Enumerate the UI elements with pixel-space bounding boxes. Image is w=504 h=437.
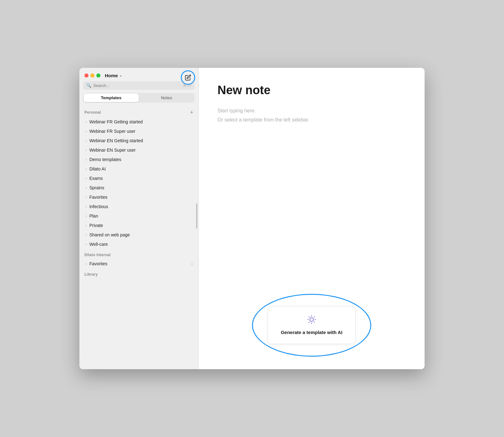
section-header-library: Library bbox=[79, 268, 198, 278]
note-placeholder: Start typing here. Or select a template … bbox=[217, 106, 406, 125]
item-label: Exams bbox=[89, 176, 193, 181]
item-label: Webinar EN Getting started bbox=[89, 138, 193, 143]
placeholder-line2: Or select a template from the left sideb… bbox=[217, 116, 406, 125]
item-label: Demo templates bbox=[89, 157, 193, 162]
maximize-button[interactable] bbox=[96, 73, 100, 78]
search-bar: 🔍 ⌘⇧F bbox=[83, 81, 195, 90]
ai-card-wrapper: Generate a template with AI bbox=[268, 306, 356, 344]
item-label: Private bbox=[89, 223, 193, 228]
section-title-library: Library bbox=[84, 272, 98, 277]
list-item[interactable]: › Favorites ⌂ bbox=[79, 259, 198, 268]
list-item[interactable]: › Webinar EN Super user bbox=[79, 145, 198, 155]
traffic-lights bbox=[84, 73, 100, 78]
tab-templates[interactable]: Templates bbox=[84, 94, 139, 102]
add-personal-button[interactable]: + bbox=[190, 110, 193, 115]
list-item[interactable]: › Well-care bbox=[79, 240, 198, 249]
section-title-personal: Personal bbox=[84, 110, 101, 115]
list-item[interactable]: › Demo templates bbox=[79, 155, 198, 164]
svg-point-0 bbox=[310, 318, 314, 321]
sidebar-content: Personal + › Webinar FR Getting started … bbox=[79, 106, 198, 369]
edit-icon bbox=[185, 74, 191, 81]
svg-line-3 bbox=[309, 317, 309, 317]
home-title[interactable]: Home ⌄ bbox=[105, 73, 122, 78]
svg-line-8 bbox=[314, 317, 314, 317]
list-item[interactable]: › Webinar FR Getting started bbox=[79, 117, 198, 127]
list-item[interactable]: › Shared on web page bbox=[79, 230, 198, 240]
item-label: Plan bbox=[89, 213, 193, 218]
item-label: Shared on web page bbox=[89, 232, 193, 237]
item-label: Favorites bbox=[89, 261, 188, 266]
item-label: Infectious bbox=[89, 204, 193, 209]
chevron-right-icon: › bbox=[86, 262, 87, 266]
new-note-button[interactable] bbox=[181, 70, 195, 85]
chevron-right-icon: › bbox=[86, 205, 87, 208]
list-item[interactable]: › Private bbox=[79, 221, 198, 230]
item-label: Webinar FR Getting started bbox=[89, 119, 193, 124]
list-item[interactable]: › Plan bbox=[79, 211, 198, 221]
section-header-personal: Personal + bbox=[79, 106, 198, 117]
placeholder-line1: Start typing here. bbox=[217, 106, 406, 116]
section-header-dilato: Dilato Internal bbox=[79, 249, 198, 259]
scroll-indicator bbox=[196, 203, 197, 229]
item-label: Webinar EN Super user bbox=[89, 148, 193, 153]
chevron-right-icon: › bbox=[86, 224, 87, 227]
chevron-right-icon: › bbox=[86, 176, 87, 180]
item-label: Favorites bbox=[89, 195, 193, 200]
item-label: Well-care bbox=[89, 242, 193, 247]
list-item[interactable]: › Exams bbox=[79, 174, 198, 183]
home-icon: ⌂ bbox=[191, 261, 193, 266]
tab-notes[interactable]: Notes bbox=[139, 94, 194, 102]
list-item[interactable]: › Dilato AI bbox=[79, 164, 198, 174]
chevron-down-icon: ⌄ bbox=[119, 73, 122, 78]
list-item[interactable]: › Webinar EN Getting started bbox=[79, 136, 198, 145]
svg-line-4 bbox=[314, 322, 314, 322]
list-item[interactable]: › Webinar FR Super user bbox=[79, 127, 198, 136]
home-label: Home bbox=[105, 73, 118, 78]
search-input[interactable] bbox=[93, 83, 181, 88]
ai-card-label: Generate a template with AI bbox=[281, 330, 342, 335]
list-item[interactable]: › Favorites bbox=[79, 192, 198, 202]
chevron-right-icon: › bbox=[86, 186, 87, 190]
list-item[interactable]: › Infectious bbox=[79, 202, 198, 211]
chevron-right-icon: › bbox=[86, 214, 87, 218]
ai-generate-card[interactable]: Generate a template with AI bbox=[268, 306, 356, 344]
sidebar: Home ⌄ 🔍 ⌘⇧F Templates Notes bbox=[79, 68, 199, 369]
chevron-right-icon: › bbox=[86, 233, 87, 237]
chevron-right-icon: › bbox=[86, 139, 87, 143]
close-button[interactable] bbox=[84, 73, 88, 78]
main-content: New note Start typing here. Or select a … bbox=[199, 68, 425, 369]
search-icon: 🔍 bbox=[86, 83, 91, 88]
svg-line-7 bbox=[309, 322, 309, 322]
chevron-right-icon: › bbox=[86, 242, 87, 246]
list-item[interactable]: › Sprains bbox=[79, 183, 198, 192]
note-title: New note bbox=[217, 84, 406, 97]
titlebar: Home ⌄ bbox=[79, 68, 198, 81]
chevron-right-icon: › bbox=[86, 129, 87, 133]
section-title-dilato: Dilato Internal bbox=[84, 253, 111, 257]
tab-bar: Templates Notes bbox=[83, 93, 195, 103]
item-label: Webinar FR Super user bbox=[89, 129, 193, 134]
item-label: Dilato AI bbox=[89, 166, 193, 171]
lightbulb-icon bbox=[307, 315, 316, 326]
minimize-button[interactable] bbox=[90, 73, 94, 78]
item-label: Sprains bbox=[89, 185, 193, 190]
chevron-right-icon: › bbox=[86, 167, 87, 171]
chevron-right-icon: › bbox=[86, 148, 87, 152]
app-window: Home ⌄ 🔍 ⌘⇧F Templates Notes bbox=[79, 68, 425, 369]
chevron-right-icon: › bbox=[86, 195, 87, 199]
chevron-right-icon: › bbox=[86, 120, 87, 124]
chevron-right-icon: › bbox=[86, 158, 87, 161]
